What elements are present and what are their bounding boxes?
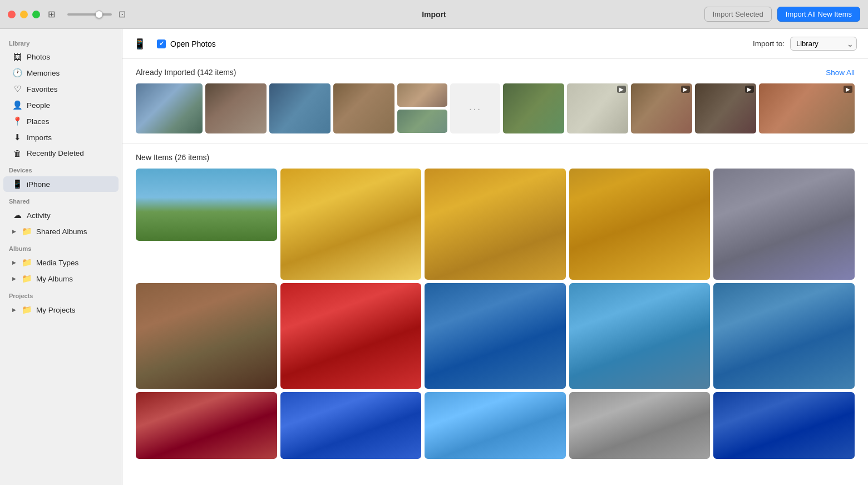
projects-section-label: Projects — [0, 287, 122, 301]
already-imported-thumb-8[interactable]: ▶ — [567, 83, 628, 133]
sidebar-label-imports: Imports — [27, 133, 52, 142]
my-projects-collapse-icon: ▶ — [12, 307, 16, 313]
import-to-area: Import to: Library Photos ⌄ — [753, 37, 857, 51]
new-items-grid — [136, 169, 855, 470]
already-imported-title: Already Imported (142 items) — [136, 68, 236, 77]
already-imported-thumb-5b[interactable] — [397, 110, 447, 133]
toolbar-icons: ⊞ ⊡ — [48, 9, 126, 19]
video-badge-10: ▶ — [745, 86, 754, 93]
new-items-section: New Items (26 items) — [122, 144, 868, 470]
new-item-11[interactable] — [136, 392, 277, 459]
already-imported-dots: ··· — [450, 83, 500, 133]
app-body: Library 🖼 Photos 🕐 Memories ♡ Favorites … — [0, 29, 868, 485]
media-types-icon: 📁 — [22, 258, 32, 268]
sidebar-label-my-albums: My Albums — [36, 275, 73, 283]
favorites-icon: ♡ — [12, 84, 22, 94]
video-badge-8: ▶ — [617, 86, 626, 93]
new-item-5[interactable] — [713, 169, 855, 280]
new-item-14[interactable] — [569, 392, 711, 459]
sidebar-item-recently-deleted[interactable]: 🗑 Recently Deleted — [3, 146, 119, 161]
sidebar-label-memories: Memories — [27, 69, 60, 77]
recently-deleted-icon: 🗑 — [12, 149, 22, 158]
import-to-select[interactable]: Library Photos — [790, 37, 857, 51]
sidebar-label-places: Places — [27, 117, 50, 126]
new-items-title: New Items (26 items) — [136, 153, 209, 162]
sidebar-label-photos: Photos — [27, 53, 50, 61]
shared-albums-icon: 📁 — [22, 226, 32, 236]
new-item-15[interactable] — [713, 392, 855, 459]
window-controls — [8, 11, 40, 18]
sidebar-item-media-types[interactable]: ▶ 📁 Media Types — [3, 255, 119, 270]
sidebar-item-people[interactable]: 👤 People — [3, 97, 119, 113]
sidebar-item-my-projects[interactable]: ▶ 📁 My Projects — [3, 302, 119, 318]
new-item-3[interactable] — [425, 169, 566, 280]
activity-icon: ☁ — [12, 210, 22, 220]
sidebar-label-shared-albums: Shared Albums — [36, 227, 87, 236]
new-item-10[interactable] — [713, 283, 855, 389]
already-imported-thumb-5a[interactable] — [397, 83, 447, 107]
sidebar-item-iphone[interactable]: 📱 iPhone — [3, 176, 119, 192]
new-item-13[interactable] — [425, 392, 566, 459]
devices-section-label: Devices — [0, 161, 122, 176]
open-photos-checkbox[interactable] — [157, 39, 166, 48]
shared-albums-collapse-icon: ▶ — [12, 229, 16, 234]
import-to-select-wrapper[interactable]: Library Photos ⌄ — [790, 37, 857, 51]
already-imported-header: Already Imported (142 items) Show All — [122, 59, 868, 83]
maximize-button[interactable] — [32, 11, 40, 18]
content-topbar: 📱 Open Photos Import to: Library Photos … — [122, 29, 868, 59]
already-imported-row: ··· ▶ ▶ ▶ ▶ — [122, 83, 868, 143]
imports-icon: ⬇ — [12, 132, 22, 142]
sidebar-label-iphone: iPhone — [27, 180, 50, 189]
minimize-button[interactable] — [20, 11, 28, 18]
new-item-6[interactable] — [136, 283, 277, 389]
sidebar-item-memories[interactable]: 🕐 Memories — [3, 65, 119, 81]
sidebar-item-photos[interactable]: 🖼 Photos — [3, 50, 119, 65]
sidebar: Library 🖼 Photos 🕐 Memories ♡ Favorites … — [0, 29, 122, 485]
sidebar-label-recently-deleted: Recently Deleted — [27, 149, 84, 157]
sidebar-item-my-albums[interactable]: ▶ 📁 My Albums — [3, 271, 119, 286]
new-item-2[interactable] — [280, 169, 422, 280]
import-selected-button[interactable]: Import Selected — [704, 7, 772, 22]
sidebar-item-imports[interactable]: ⬇ Imports — [3, 130, 119, 145]
iphone-icon: 📱 — [12, 179, 22, 189]
sidebar-item-places[interactable]: 📍 Places — [3, 113, 119, 129]
albums-section-label: Albums — [0, 240, 122, 254]
video-badge-11: ▶ — [844, 86, 852, 93]
sidebar-toggle-icon[interactable]: ⊞ — [48, 9, 55, 19]
media-types-collapse-icon: ▶ — [12, 260, 16, 265]
already-imported-thumb-7[interactable] — [503, 83, 564, 133]
import-all-button[interactable]: Import All New Items — [777, 7, 860, 22]
new-items-header: New Items (26 items) — [136, 144, 855, 169]
open-photos-area: Open Photos — [157, 39, 216, 48]
sidebar-label-my-projects: My Projects — [36, 306, 76, 314]
video-badge-9: ▶ — [681, 86, 690, 93]
already-imported-thumb-1[interactable] — [136, 83, 203, 133]
already-imported-thumb-10[interactable]: ▶ — [695, 83, 756, 133]
show-all-link[interactable]: Show All — [826, 68, 855, 77]
my-albums-icon: 📁 — [22, 274, 32, 284]
zoom-slider-area[interactable] — [67, 13, 112, 16]
already-imported-thumb-3[interactable] — [269, 83, 331, 133]
sidebar-item-favorites[interactable]: ♡ Favorites — [3, 81, 119, 97]
grid-icon[interactable]: ⊡ — [119, 9, 126, 19]
new-item-1[interactable] — [136, 169, 277, 241]
my-albums-collapse-icon: ▶ — [12, 276, 16, 281]
new-item-4[interactable] — [569, 169, 711, 280]
shared-section-label: Shared — [0, 192, 122, 207]
sidebar-item-activity[interactable]: ☁ Activity — [3, 207, 119, 223]
sidebar-item-shared-albums[interactable]: ▶ 📁 Shared Albums — [3, 224, 119, 239]
my-projects-icon: 📁 — [22, 305, 32, 315]
sidebar-label-people: People — [27, 101, 50, 110]
already-imported-thumb-9[interactable]: ▶ — [631, 83, 692, 133]
titlebar-controls: Import Selected Import All New Items — [704, 7, 860, 22]
already-imported-thumb-11[interactable]: ▶ — [759, 83, 855, 133]
already-imported-thumb-2[interactable] — [205, 83, 267, 133]
people-icon: 👤 — [12, 100, 22, 110]
close-button[interactable] — [8, 11, 16, 18]
already-imported-thumb-5-group — [397, 83, 447, 133]
new-item-12[interactable] — [280, 392, 422, 459]
new-item-7[interactable] — [280, 283, 422, 389]
new-item-8[interactable] — [425, 283, 566, 389]
new-item-9[interactable] — [569, 283, 711, 389]
already-imported-thumb-4[interactable] — [333, 83, 394, 133]
